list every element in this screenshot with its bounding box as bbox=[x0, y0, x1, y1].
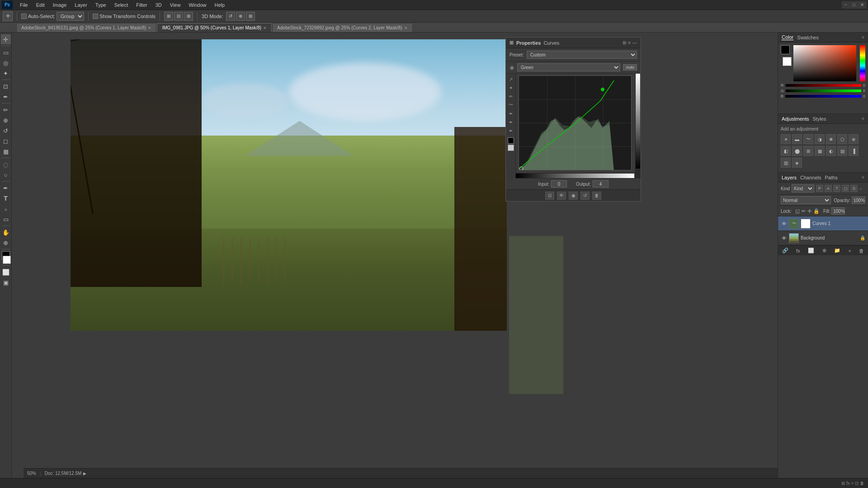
lock-image-icon[interactable]: ✏ bbox=[802, 208, 806, 214]
color-spectrum[interactable] bbox=[793, 45, 856, 81]
brush-tool[interactable]: ✏ bbox=[1, 105, 11, 115]
bw-icon[interactable]: ◧ bbox=[781, 146, 791, 156]
zoom-tool[interactable]: ⊕ bbox=[1, 238, 11, 248]
adj-panel-menu[interactable]: ≡ bbox=[862, 116, 864, 121]
menu-layer[interactable]: Layer bbox=[71, 1, 91, 9]
preset-dropdown[interactable]: Custom bbox=[527, 51, 637, 59]
minimize-button[interactable]: − bbox=[842, 1, 850, 9]
reset-btn[interactable]: ↺ bbox=[580, 192, 590, 200]
tab-1-close[interactable]: ✕ bbox=[263, 26, 267, 30]
curve-select-tool[interactable]: ↗ bbox=[507, 75, 514, 83]
eraser-tool[interactable]: ◻ bbox=[1, 136, 11, 146]
delete-layer-button[interactable]: 🗑 bbox=[859, 248, 864, 253]
menu-image[interactable]: Image bbox=[49, 1, 71, 9]
hand-tool[interactable]: ✋ bbox=[1, 227, 11, 237]
layers-tab[interactable]: Layers bbox=[782, 175, 797, 180]
3d-btn-2[interactable]: ⊕ bbox=[236, 12, 245, 21]
dodge-tool[interactable]: ○ bbox=[1, 170, 11, 180]
levels-icon[interactable]: ▬ bbox=[792, 134, 802, 144]
styles-tab[interactable]: Styles bbox=[813, 116, 826, 122]
new-fill-button[interactable]: ⊕ bbox=[822, 248, 826, 253]
lock-transparent-icon[interactable]: ◱ bbox=[795, 208, 800, 214]
crop-tool[interactable]: ⊡ bbox=[1, 81, 11, 91]
channels-tab[interactable]: Channels bbox=[800, 175, 821, 180]
opacity-input[interactable] bbox=[852, 197, 865, 204]
tab-0[interactable]: AdobeStock_84195131.jpeg @ 25% (Curves 1… bbox=[16, 23, 156, 32]
foreground-swatch[interactable] bbox=[781, 45, 790, 54]
layer-item-background[interactable]: 👁 Background 🔒 bbox=[778, 231, 868, 245]
panel-menu-icon[interactable]: ≡ bbox=[628, 40, 631, 45]
curve-eyedrop3-tool[interactable]: ✒ bbox=[507, 127, 514, 134]
auto-select-checkbox[interactable] bbox=[21, 14, 27, 19]
invert-icon[interactable]: ◐ bbox=[826, 146, 836, 156]
toggle-visibility-btn[interactable]: ◉ bbox=[569, 192, 578, 200]
curve-point-top[interactable] bbox=[601, 88, 604, 91]
menu-file[interactable]: File bbox=[16, 1, 32, 9]
lock-position-icon[interactable]: ✛ bbox=[807, 208, 811, 214]
move-tool[interactable]: ✛ bbox=[1, 34, 11, 44]
selective-color-icon[interactable]: ◈ bbox=[792, 158, 802, 168]
shape-tool[interactable]: ▭ bbox=[1, 214, 11, 224]
history-tool[interactable]: ↺ bbox=[1, 126, 11, 136]
link-layers-button[interactable]: 🔗 bbox=[782, 248, 788, 253]
curve-smooth-tool[interactable]: 〜 bbox=[507, 101, 514, 108]
eyedropper-tool[interactable]: ✒ bbox=[1, 92, 11, 102]
background-color[interactable] bbox=[3, 256, 11, 264]
wand-tool[interactable]: ✦ bbox=[1, 68, 11, 78]
output-value[interactable] bbox=[593, 180, 609, 188]
menu-filter[interactable]: Filter bbox=[132, 1, 151, 9]
filter-pixel-icon[interactable]: P bbox=[816, 185, 823, 192]
3d-btn-3[interactable]: ⊞ bbox=[246, 12, 255, 21]
blur-tool[interactable]: ◌ bbox=[1, 160, 11, 169]
brightness-icon[interactable]: ☀ bbox=[781, 134, 791, 144]
input-value[interactable] bbox=[551, 180, 567, 188]
delete-btn[interactable]: 🗑 bbox=[592, 192, 601, 200]
curves-graph[interactable] bbox=[519, 75, 632, 170]
auto-select-dropdown[interactable]: Group bbox=[57, 12, 84, 21]
curve-eyedrop-tool[interactable]: ✒ bbox=[507, 110, 514, 117]
filter-toggle[interactable]: ○ bbox=[859, 186, 862, 191]
filter-shape-icon[interactable]: ◻ bbox=[842, 185, 849, 192]
menu-edit[interactable]: Edit bbox=[33, 1, 48, 9]
type-tool[interactable]: T bbox=[1, 193, 11, 203]
new-group-button[interactable]: 📁 bbox=[834, 248, 840, 253]
layers-menu-icon[interactable]: ≡ bbox=[862, 175, 864, 180]
color-hue-bar[interactable] bbox=[860, 45, 865, 81]
menu-select[interactable]: Select bbox=[111, 1, 132, 9]
panel-expand-icon[interactable]: ⊞ bbox=[623, 40, 626, 45]
curve-point-tool[interactable]: ✦ bbox=[507, 84, 514, 91]
channel-mixer-icon[interactable]: ⊞ bbox=[803, 146, 813, 156]
tab-2[interactable]: AdobeStock_72329892.jpeg @ 25% (Curves 2… bbox=[272, 23, 412, 32]
color-lookup-icon[interactable]: ▦ bbox=[815, 146, 825, 156]
fill-input[interactable] bbox=[831, 207, 845, 215]
marquee-tool[interactable]: ▭ bbox=[1, 47, 11, 57]
filter-adjust-icon[interactable]: A bbox=[825, 185, 832, 192]
maximize-button[interactable]: □ bbox=[850, 1, 858, 9]
tab-1[interactable]: IMG_0981.JPG @ 50% (Curves 1, Layer Mask… bbox=[157, 23, 272, 32]
filter-smart-icon[interactable]: S bbox=[850, 185, 858, 192]
gradient-map-icon[interactable]: ▥ bbox=[781, 158, 791, 168]
paths-tab[interactable]: Paths bbox=[825, 175, 838, 180]
lock-all-icon[interactable]: 🔒 bbox=[813, 208, 820, 214]
layer-mask-button[interactable]: ⬜ bbox=[808, 248, 814, 253]
align-center-button[interactable]: ⊟ bbox=[174, 12, 183, 21]
view-previous-btn[interactable]: 👁 bbox=[557, 192, 566, 200]
menu-help[interactable]: Help bbox=[211, 1, 229, 9]
clip-to-layer-btn[interactable]: ⊡ bbox=[545, 192, 554, 200]
show-transform-checkbox[interactable] bbox=[93, 14, 98, 19]
layer-bg-visibility[interactable]: 👁 bbox=[781, 235, 787, 241]
hue-sat-icon[interactable]: ⬡ bbox=[837, 134, 847, 144]
layer-curves1-visibility[interactable]: 👁 bbox=[781, 221, 787, 227]
menu-3d[interactable]: 3D bbox=[152, 1, 165, 9]
auto-button[interactable]: Auto bbox=[623, 64, 637, 70]
exposure-icon[interactable]: ◑ bbox=[815, 134, 825, 144]
color-panel-menu[interactable]: ≡ bbox=[862, 35, 864, 40]
blue-slider[interactable] bbox=[785, 95, 861, 98]
quick-mask-tool[interactable]: ⬜ bbox=[1, 267, 11, 277]
align-right-button[interactable]: ⊞ bbox=[184, 12, 193, 21]
curve-eyedrop2-tool[interactable]: ✒ bbox=[507, 118, 514, 126]
menu-type[interactable]: Type bbox=[92, 1, 110, 9]
screen-mode-tool[interactable]: ▣ bbox=[1, 277, 11, 287]
color-tab[interactable]: Color bbox=[782, 34, 793, 40]
path-tool[interactable]: ⬦ bbox=[1, 204, 11, 214]
